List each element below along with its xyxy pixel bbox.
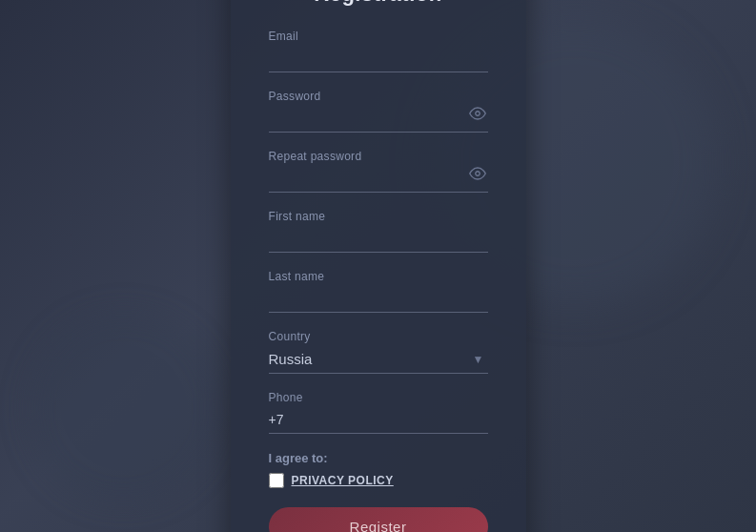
country-label: Country [269,330,488,343]
password-field-group: Password [269,90,488,133]
eye-icon-2 [469,165,486,182]
phone-input[interactable] [269,408,488,434]
phone-label: Phone [269,391,488,404]
agree-label: I agree to: [269,451,488,465]
last-name-input[interactable] [269,287,488,313]
password-input[interactable] [269,107,488,133]
repeat-password-field-group: Repeat password [269,150,488,193]
repeat-password-label: Repeat password [269,150,488,163]
phone-field-group: Phone [269,391,488,434]
agree-row: PRIVACY POLICY [269,473,488,488]
email-field-group: Email [269,30,488,72]
svg-point-0 [475,112,480,116]
privacy-policy-checkbox[interactable] [269,473,284,488]
email-label: Email [269,30,488,43]
repeat-password-toggle-icon[interactable] [469,165,486,186]
register-button[interactable]: Register [269,507,488,532]
registration-form: Registration Email Password Repeat passw… [231,0,526,532]
repeat-password-input[interactable] [269,167,488,193]
agree-section: I agree to: PRIVACY POLICY [269,451,488,488]
country-select-wrapper: Russia United States Germany France Chin… [269,347,488,374]
first-name-field-group: First name [269,210,488,253]
country-field-group: Country Russia United States Germany Fra… [269,330,488,374]
eye-icon [469,105,486,122]
first-name-input[interactable] [269,227,488,253]
first-name-label: First name [269,210,488,223]
svg-point-1 [475,172,480,176]
page-title: Registration [269,0,488,7]
privacy-policy-link[interactable]: PRIVACY POLICY [292,474,394,487]
last-name-field-group: Last name [269,270,488,313]
country-select[interactable]: Russia United States Germany France Chin… [269,347,488,374]
last-name-label: Last name [269,270,488,283]
email-input[interactable] [269,47,488,72]
password-toggle-icon[interactable] [469,105,486,126]
password-label: Password [269,90,488,103]
